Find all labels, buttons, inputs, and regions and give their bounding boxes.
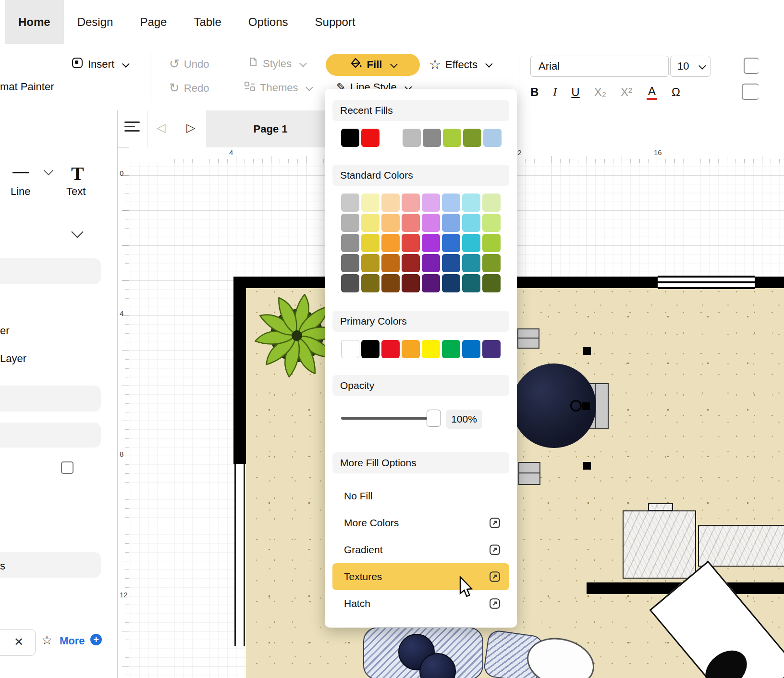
color-swatch[interactable] bbox=[341, 194, 359, 212]
color-swatch[interactable] bbox=[462, 234, 480, 252]
color-swatch[interactable] bbox=[361, 194, 380, 212]
font-color-button[interactable]: A bbox=[647, 85, 657, 100]
chevron-down-icon[interactable] bbox=[44, 166, 53, 175]
fill-option-no-fill[interactable]: No Fill bbox=[332, 483, 509, 509]
color-swatch[interactable] bbox=[402, 234, 420, 252]
redo-button[interactable]: ↻ Redo bbox=[169, 81, 209, 96]
color-swatch[interactable] bbox=[422, 274, 440, 292]
panel-list-item[interactable] bbox=[0, 258, 101, 284]
color-swatch[interactable] bbox=[463, 129, 481, 147]
color-swatch[interactable] bbox=[442, 274, 460, 292]
font-size-select[interactable]: 10 bbox=[670, 56, 710, 77]
tab-home[interactable]: Home bbox=[5, 0, 64, 44]
color-swatch[interactable] bbox=[442, 340, 460, 358]
color-swatch[interactable] bbox=[462, 254, 480, 272]
color-swatch[interactable] bbox=[361, 129, 380, 147]
color-swatch[interactable] bbox=[402, 274, 420, 292]
color-swatch[interactable] bbox=[442, 234, 460, 252]
italic-button[interactable]: I bbox=[553, 85, 557, 98]
rotation-handle[interactable] bbox=[570, 400, 582, 412]
color-swatch[interactable] bbox=[381, 274, 400, 292]
color-swatch[interactable] bbox=[341, 274, 359, 292]
color-swatch[interactable] bbox=[422, 254, 440, 272]
color-swatch[interactable] bbox=[482, 194, 501, 212]
clipped-toolbar-icon[interactable] bbox=[742, 84, 759, 100]
page-tab[interactable]: Page 1 bbox=[206, 110, 335, 147]
tab-design[interactable]: Design bbox=[64, 0, 127, 44]
color-swatch[interactable] bbox=[381, 340, 400, 358]
page-list-icon[interactable] bbox=[124, 119, 140, 134]
favorite-star-icon[interactable]: ☆ bbox=[41, 633, 52, 648]
color-swatch[interactable] bbox=[361, 214, 380, 232]
fill-button[interactable]: Fill bbox=[326, 54, 420, 76]
color-swatch[interactable] bbox=[462, 214, 480, 232]
color-swatch[interactable] bbox=[402, 214, 420, 232]
color-swatch[interactable] bbox=[361, 254, 380, 272]
fill-option-more-colors[interactable]: More Colors bbox=[332, 509, 509, 536]
symbol-button[interactable]: Ω bbox=[672, 85, 680, 99]
color-swatch[interactable] bbox=[402, 194, 420, 212]
color-swatch[interactable] bbox=[483, 129, 502, 147]
chair-bottom[interactable] bbox=[518, 462, 540, 485]
door-opening[interactable] bbox=[234, 464, 245, 646]
selection-handle[interactable] bbox=[582, 402, 590, 410]
opacity-slider-handle[interactable] bbox=[427, 410, 441, 427]
window-symbol[interactable] bbox=[658, 276, 755, 289]
color-swatch[interactable] bbox=[462, 274, 480, 292]
color-swatch[interactable] bbox=[341, 234, 359, 252]
color-swatch[interactable] bbox=[341, 214, 359, 232]
color-swatch[interactable] bbox=[422, 214, 440, 232]
color-swatch[interactable] bbox=[361, 340, 380, 358]
expand-chevron-icon[interactable] bbox=[71, 226, 83, 238]
marble-counter-right[interactable] bbox=[698, 525, 784, 567]
subscript-button[interactable]: X₂ bbox=[594, 85, 606, 99]
wall-left[interactable] bbox=[233, 277, 246, 464]
more-link[interactable]: More bbox=[60, 635, 85, 647]
counter-tab[interactable] bbox=[648, 503, 673, 511]
selection-handle[interactable] bbox=[583, 347, 591, 355]
line-tool-icon[interactable] bbox=[12, 172, 29, 173]
fill-option-gradient[interactable]: Gradient bbox=[332, 536, 509, 563]
prev-page-button[interactable]: ◁ bbox=[157, 121, 165, 134]
selection-handle[interactable] bbox=[583, 462, 591, 470]
format-painter-button[interactable]: mat Painter bbox=[0, 81, 54, 93]
themes-button[interactable]: Themes bbox=[244, 81, 311, 95]
color-swatch[interactable] bbox=[442, 254, 460, 272]
color-swatch[interactable] bbox=[381, 214, 400, 232]
color-swatch[interactable] bbox=[442, 194, 460, 212]
add-icon[interactable]: + bbox=[90, 634, 102, 645]
fill-option-hatch[interactable]: Hatch bbox=[332, 590, 509, 617]
styles-button[interactable]: Styles bbox=[247, 57, 305, 71]
color-swatch[interactable] bbox=[341, 254, 359, 272]
tab-options[interactable]: Options bbox=[235, 0, 302, 44]
color-swatch[interactable] bbox=[381, 254, 400, 272]
color-swatch[interactable] bbox=[381, 194, 400, 212]
effects-button[interactable]: ☆ Effects bbox=[429, 57, 491, 73]
font-family-select[interactable]: Arial bbox=[530, 56, 669, 77]
color-swatch[interactable] bbox=[482, 234, 501, 252]
color-swatch[interactable] bbox=[423, 129, 441, 147]
opacity-slider-track[interactable] bbox=[341, 417, 435, 420]
color-swatch[interactable] bbox=[422, 194, 440, 212]
color-swatch[interactable] bbox=[462, 340, 480, 358]
marble-counter[interactable] bbox=[623, 510, 696, 579]
underline-button[interactable]: U bbox=[571, 85, 579, 99]
tab-support[interactable]: Support bbox=[302, 0, 369, 44]
panel-list-item[interactable] bbox=[0, 552, 101, 578]
color-swatch[interactable] bbox=[361, 234, 380, 252]
color-swatch[interactable] bbox=[462, 194, 480, 212]
bold-button[interactable]: B bbox=[530, 85, 539, 99]
next-page-button[interactable]: ▷ bbox=[186, 121, 195, 134]
color-swatch[interactable] bbox=[361, 274, 380, 292]
color-swatch[interactable] bbox=[422, 340, 440, 358]
color-swatch[interactable] bbox=[402, 340, 420, 358]
color-swatch[interactable] bbox=[443, 129, 461, 147]
color-swatch[interactable] bbox=[482, 254, 501, 272]
fill-option-textures[interactable]: Textures bbox=[332, 563, 509, 590]
insert-button[interactable]: Insert bbox=[71, 57, 128, 72]
color-swatch[interactable] bbox=[482, 214, 501, 232]
text-tool-icon[interactable]: T bbox=[71, 162, 84, 185]
clipped-toolbar-icon[interactable] bbox=[744, 58, 759, 74]
color-swatch[interactable] bbox=[422, 234, 440, 252]
color-swatch[interactable] bbox=[381, 234, 400, 252]
